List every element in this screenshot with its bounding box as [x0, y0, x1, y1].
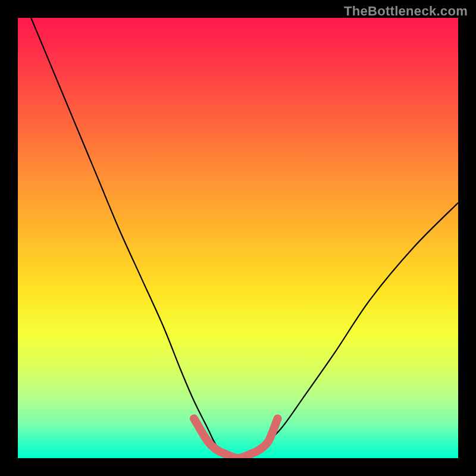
watermark-text: TheBottleneck.com	[344, 4, 468, 19]
plot-area	[18, 18, 458, 458]
chart-frame: TheBottleneck.com	[0, 0, 476, 476]
bottleneck-curve	[31, 18, 458, 458]
curve-layer	[18, 18, 458, 458]
optimal-band	[194, 418, 278, 458]
